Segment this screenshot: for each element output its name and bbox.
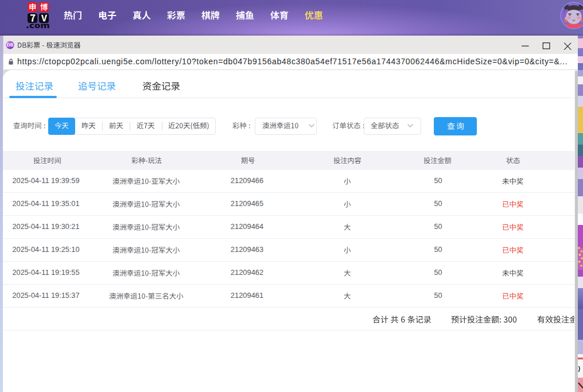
svg-text:DB: DB <box>7 42 14 48</box>
